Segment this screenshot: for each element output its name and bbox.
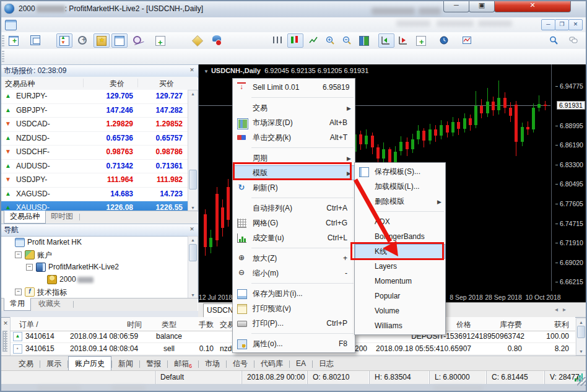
ctx-Sell-Limit-0-01[interactable]: ↓Sell Limit 0.016.95819 <box>233 80 355 95</box>
metaeditor-button[interactable] <box>189 33 206 48</box>
chart-shift-button[interactable] <box>378 33 394 48</box>
terminal-close-icon[interactable]: ✕ <box>2 320 9 328</box>
tab-symbols[interactable]: 交易品种 <box>4 211 46 224</box>
terminal-tab-邮箱[interactable]: 邮箱6 <box>168 357 198 370</box>
minimize-button[interactable]: ─ <box>443 0 469 12</box>
tpl-BollingerBands[interactable]: BollingerBands <box>355 229 445 244</box>
ctx-模版[interactable]: 模版▶ <box>233 165 355 180</box>
ctx-市场深度-D-[interactable]: 市场深度(D)Alt+B <box>233 115 355 130</box>
tab-common[interactable]: 常用 <box>4 298 31 311</box>
tile-windows-button[interactable] <box>356 33 372 48</box>
chart-bars-button[interactable] <box>270 33 286 48</box>
tpl-Volume[interactable]: Volume <box>355 303 445 318</box>
terminal-tab-展示[interactable]: 展示 <box>40 357 67 370</box>
nav-root[interactable]: Profit Market HK <box>0 236 188 248</box>
navigator-scrollbar[interactable]: ▲▼ <box>188 236 198 299</box>
market-watch-close-icon[interactable]: ✕ <box>188 66 196 75</box>
profiles-button[interactable] <box>28 33 45 48</box>
nav-item-server[interactable]: −ProfitMarketHK-Live2 <box>0 261 188 273</box>
ctx-周期[interactable]: 周期▶ <box>233 150 355 165</box>
chart-tab-usdcnh[interactable]: USDCN <box>203 303 235 317</box>
tpl-删除模版[interactable]: 删除模版▶ <box>355 194 445 209</box>
col-time[interactable]: 时间 <box>98 320 142 330</box>
col-bid[interactable]: 卖价 <box>110 79 124 89</box>
market-row-GBPJPY[interactable]: ▲GBPJPY-147.246147.282 <box>0 104 188 118</box>
ctx-放大-Z-[interactable]: ⊕放大(Z)+ <box>233 251 355 266</box>
ctx-缩小-m-[interactable]: ⊖缩小(m)- <box>233 266 355 281</box>
chat-icon[interactable] <box>566 33 582 48</box>
toolbar-grip[interactable] <box>2 51 4 62</box>
tab-tick-chart[interactable]: 即时图 <box>45 211 79 223</box>
chart-line-button[interactable] <box>306 33 322 48</box>
expand-toggle[interactable]: − <box>15 289 22 295</box>
col-profit[interactable]: 获利 <box>537 320 569 330</box>
terminal-tab-日志[interactable]: 日志 <box>313 357 340 370</box>
ctx-保存为图片-i-[interactable]: 保存为图片(i)... <box>233 286 355 301</box>
zoom-in-button[interactable] <box>323 33 339 48</box>
tpl-加载模版-L-[interactable]: 加载模版(L)... <box>355 179 445 194</box>
nav-item-person[interactable]: 2000 <box>0 273 188 285</box>
new-chart-button[interactable]: + <box>6 33 22 48</box>
ctx-网格-G-[interactable]: 网格(G)Ctrl+G <box>233 216 355 230</box>
tpl-Layers[interactable]: Layers <box>355 259 445 274</box>
terminal-tab-账户历史[interactable]: 账户历史 <box>68 356 111 372</box>
search-icon[interactable] <box>546 33 562 48</box>
expand-toggle[interactable]: − <box>15 251 22 258</box>
ctx-打印-P-[interactable]: 打印(P)...Ctrl+P <box>233 316 355 331</box>
resize-grip[interactable] <box>577 377 586 386</box>
tpl-ADX[interactable]: ADX <box>355 214 445 229</box>
market-row-USDCHF[interactable]: ▼USDCHF-0.987630.98786 <box>0 146 188 160</box>
chart-candles-button[interactable] <box>287 33 303 48</box>
tpl-Williams[interactable]: Williams <box>355 318 445 333</box>
market-row-NZDUSD[interactable]: ▲NZDUSD-0.657360.65757 <box>0 132 188 146</box>
terminal-toggle[interactable] <box>111 33 128 48</box>
close-button[interactable]: ✕ <box>494 0 571 12</box>
col-lots[interactable]: 手数 <box>189 320 214 330</box>
autotrading-button[interactable] <box>209 33 223 48</box>
nav-item-group[interactable]: −账户 <box>0 248 188 261</box>
ctx-单击交易-k-[interactable]: 单击交易(k)Alt+T <box>233 130 355 145</box>
maximize-button[interactable]: ▣ <box>469 0 495 12</box>
market-watch-scrollbar[interactable]: ▲▼ <box>188 90 198 212</box>
data-window-button[interactable]: + <box>75 33 91 48</box>
chart-tab-scroll-arrows[interactable]: ◂▸ <box>555 306 571 313</box>
market-row-USDJPY[interactable]: ▼USDJPY-111.964111.982 <box>0 173 188 188</box>
terminal-grip[interactable] <box>2 331 7 352</box>
col-ask[interactable]: 买价 <box>159 79 174 89</box>
terminal-scrollbar[interactable]: ▲▼ <box>576 318 586 355</box>
col-type[interactable]: 类型 <box>150 320 188 330</box>
terminal-tab-信号[interactable]: 信号 <box>227 357 254 370</box>
ctx-打印预览-v-[interactable]: 打印预览(v) <box>233 301 355 316</box>
ctx-交易[interactable]: 交易▶ <box>233 100 355 115</box>
navigator-close-icon[interactable]: ✕ <box>188 225 196 234</box>
child-minimize-button[interactable]: ─ <box>541 19 555 30</box>
nav-item-fx[interactable]: −f技术指标 <box>0 285 188 298</box>
ctx-成交量-u-[interactable]: 成交量(u)Ctrl+L <box>233 230 355 245</box>
terminal-tab-交易[interactable]: 交易 <box>12 357 40 370</box>
ctx-属性-o-[interactable]: 属性(o)...F8 <box>233 336 355 351</box>
navigator-toggle[interactable]: ★ <box>93 33 110 48</box>
terminal-tab-市场[interactable]: 市场 <box>199 357 226 370</box>
market-row-XAUUSD[interactable]: ▲XAUUSD-1226.081226.55 <box>0 201 188 211</box>
ctx-刷新-R-[interactable]: ↻刷新(R) <box>233 180 355 195</box>
terminal-tab-警报[interactable]: 警报 <box>140 357 167 370</box>
market-watch-toggle[interactable]: ▲▼ <box>56 33 72 48</box>
indicators-button[interactable]: + <box>413 33 427 48</box>
periods-button[interactable] <box>437 33 453 48</box>
templates-button[interactable] <box>459 33 476 48</box>
tpl-保存模板-S-[interactable]: 保存模板(S)... <box>355 164 445 179</box>
ctx-自动排列-A-[interactable]: 自动排列(A)Ctrl+A <box>233 201 355 216</box>
child-close-button[interactable]: ✕ <box>568 19 583 30</box>
tpl-Momentum[interactable]: Momentum <box>355 274 445 289</box>
market-row-AUDUSD[interactable]: ▲AUDUSD-0.713420.71361 <box>0 160 188 174</box>
market-row-USDCAD[interactable]: ▼USDCAD-1.298291.29852 <box>0 118 188 132</box>
tpl-Popular[interactable]: Popular <box>355 289 445 303</box>
strategy-tester-button[interactable]: ╱ <box>130 33 146 48</box>
col-swap[interactable]: 库存费 <box>487 320 522 330</box>
market-row-EURJPY[interactable]: ▲EURJPY-129.705129.727 <box>0 90 188 104</box>
child-restore-button[interactable]: ❐ <box>555 19 569 30</box>
zoom-out-button[interactable] <box>339 33 355 48</box>
terminal-tab-代码库[interactable]: 代码库 <box>254 357 289 370</box>
col-symbol[interactable]: 交易品种 <box>5 79 35 89</box>
terminal-tab-EA[interactable]: EA <box>290 357 312 370</box>
